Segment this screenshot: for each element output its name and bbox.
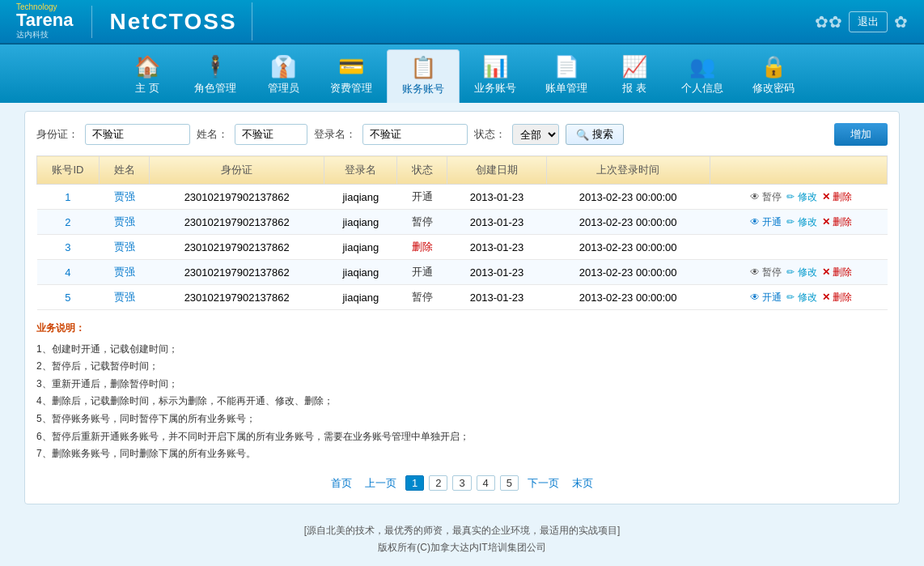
page-num-5[interactable]: 5 — [500, 475, 519, 491]
col-header: 登录名 — [324, 156, 397, 185]
table-row: 2贾强230102197902137862jiaqiang暂停2013-01-2… — [37, 210, 888, 235]
cell-name: 贾强 — [99, 260, 149, 285]
nav-item-password[interactable]: 🔒修改密码 — [738, 49, 809, 103]
col-header — [710, 156, 887, 185]
note-item: 2、暂停后，记载暂停时间； — [36, 358, 888, 376]
account-id-link[interactable]: 2 — [65, 216, 70, 228]
id-input[interactable] — [85, 124, 190, 145]
cell-create-date: 2013-01-23 — [447, 285, 546, 310]
action-delete-btn[interactable]: ✕ 删除 — [822, 292, 852, 303]
col-header: 姓名 — [99, 156, 149, 185]
page-num-1[interactable]: 1 — [405, 475, 424, 491]
action-delete-btn[interactable]: ✕ 删除 — [822, 266, 852, 278]
action-pause-btn[interactable]: 👁 暂停 — [750, 191, 782, 202]
last-page-btn[interactable]: 末页 — [568, 475, 597, 492]
login-input[interactable] — [362, 124, 468, 145]
cell-name: 贾强 — [99, 210, 149, 235]
action-edit-btn[interactable]: ✏ 修改 — [786, 266, 816, 278]
logo-main: Tarena — [16, 10, 74, 30]
status-select[interactable]: 全部开通暂停删除 — [512, 124, 559, 145]
account-name-link[interactable]: 贾强 — [114, 215, 135, 228]
nav-item-biz[interactable]: 📊业务账号 — [460, 49, 531, 103]
nav-item-account[interactable]: 📋账务账号 — [387, 49, 460, 103]
logout-btn[interactable]: 退出 — [849, 11, 888, 32]
logo-brand: 达内科技 — [16, 29, 74, 40]
table-row: 1贾强230102197902137862jiaqiang开通2013-01-2… — [37, 185, 888, 210]
report-nav-icon: 📈 — [621, 54, 647, 79]
bill-nav-label: 账单管理 — [545, 81, 587, 96]
status-label: 状态： — [474, 127, 506, 142]
name-input[interactable] — [235, 124, 307, 145]
logo-area: Technology Tarena 达内科技 NetCTOSS — [16, 2, 252, 40]
cell-create-date: 2013-01-23 — [447, 235, 546, 260]
cell-login: jiaqiang — [324, 210, 397, 235]
pause-icon: 👁 — [750, 266, 760, 278]
cell-last-login: 2013-02-23 00:00:00 — [546, 185, 710, 210]
cell-actions: 👁 开通✏ 修改✕ 删除 — [710, 210, 887, 235]
cell-id: 2 — [37, 210, 100, 235]
status-badge: 暂停 — [412, 215, 433, 228]
status-badge: 开通 — [412, 266, 433, 278]
open-icon: 👁 — [750, 292, 760, 303]
account-name-link[interactable]: 贾强 — [114, 240, 135, 253]
page-num-4[interactable]: 4 — [477, 475, 495, 491]
page-num-3[interactable]: 3 — [452, 475, 471, 491]
action-edit-btn[interactable]: ✏ 修改 — [786, 216, 816, 228]
cell-last-login: 2013-02-23 00:00:00 — [546, 285, 710, 310]
cell-actions: 👁 暂停✏ 修改✕ 删除 — [710, 260, 887, 285]
cell-status: 删除 — [397, 235, 447, 260]
password-nav-label: 修改密码 — [752, 81, 795, 96]
name-label: 姓名： — [197, 127, 228, 142]
open-icon: 👁 — [750, 216, 760, 228]
nav-item-fee[interactable]: 💳资费管理 — [316, 49, 387, 103]
account-name-link[interactable]: 贾强 — [114, 190, 135, 202]
biz-nav-icon: 📊 — [482, 54, 508, 79]
cell-id: 5 — [37, 285, 100, 310]
fee-nav-icon: 💳 — [338, 54, 364, 79]
cell-status: 暂停 — [397, 210, 447, 235]
next-page-btn[interactable]: 下一页 — [523, 475, 563, 492]
col-header: 账号ID — [37, 156, 100, 185]
account-id-link[interactable]: 4 — [65, 266, 70, 279]
action-pause-btn[interactable]: 👁 暂停 — [750, 266, 782, 278]
col-header: 创建日期 — [447, 156, 546, 185]
account-nav-icon: 📋 — [410, 55, 436, 80]
account-name-link[interactable]: 贾强 — [114, 266, 135, 278]
nav-item-admin[interactable]: 👔管理员 — [251, 49, 316, 103]
action-edit-btn[interactable]: ✏ 修改 — [786, 191, 816, 202]
nav-item-home[interactable]: 🏠主 页 — [115, 49, 180, 103]
admin-nav-label: 管理员 — [268, 81, 299, 96]
nav-item-personal[interactable]: 👥个人信息 — [667, 49, 738, 103]
account-id-link[interactable]: 5 — [65, 292, 70, 304]
navigation: 🏠主 页🕴角色管理👔管理员💳资费管理📋账务账号📊业务账号📄账单管理📈报 表👥个人… — [0, 45, 924, 103]
delete-icon: ✕ — [822, 191, 830, 202]
action-delete-btn[interactable]: ✕ 删除 — [822, 216, 852, 228]
app-title: NetCTOSS — [110, 9, 237, 35]
nav-item-report[interactable]: 📈报 表 — [602, 49, 667, 103]
add-button[interactable]: 增加 — [834, 123, 888, 146]
edit-icon: ✏ — [786, 266, 795, 278]
notes-title: 业务说明： — [36, 320, 888, 338]
cell-idcard: 230102197902137862 — [150, 185, 324, 210]
data-table: 账号ID姓名身份证登录名状态创建日期上次登录时间1贾强2301021979021… — [36, 155, 888, 310]
page-num-2[interactable]: 2 — [429, 475, 447, 491]
search-button[interactable]: 🔍 搜索 — [566, 124, 624, 145]
action-open-btn[interactable]: 👁 开通 — [750, 292, 782, 303]
cell-login: jiaqiang — [324, 235, 397, 260]
nav-item-bill[interactable]: 📄账单管理 — [531, 49, 602, 103]
col-header: 身份证 — [150, 156, 324, 185]
status-badge: 删除 — [412, 240, 433, 253]
account-id-link[interactable]: 3 — [65, 241, 70, 253]
account-id-link[interactable]: 1 — [65, 191, 70, 203]
action-delete-btn[interactable]: ✕ 删除 — [822, 191, 852, 202]
role-nav-label: 角色管理 — [194, 81, 236, 96]
account-name-link[interactable]: 贾强 — [114, 291, 135, 303]
action-edit-btn[interactable]: ✏ 修改 — [786, 292, 816, 303]
home-nav-icon: 🏠 — [134, 54, 160, 79]
prev-page-btn[interactable]: 上一页 — [361, 475, 401, 492]
nav-item-role[interactable]: 🕴角色管理 — [180, 49, 251, 103]
action-open-btn[interactable]: 👁 开通 — [750, 216, 782, 228]
pause-icon: 👁 — [750, 191, 760, 202]
first-page-btn[interactable]: 首页 — [327, 475, 356, 492]
biz-nav-label: 业务账号 — [474, 81, 516, 96]
